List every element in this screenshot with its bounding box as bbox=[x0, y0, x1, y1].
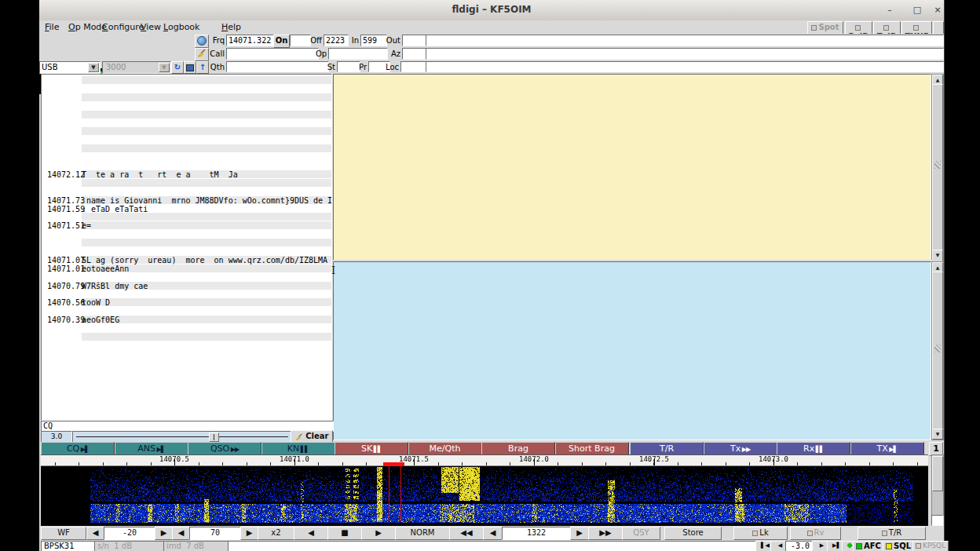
browser-empty-row[interactable] bbox=[82, 239, 331, 246]
rx-scrollbar[interactable]: ▲ ▼ bbox=[931, 74, 944, 261]
browser-empty-row[interactable] bbox=[82, 76, 331, 84]
store-button[interactable]: Store bbox=[664, 527, 722, 540]
op-label: Op bbox=[316, 48, 327, 60]
menu-file[interactable]: File bbox=[42, 20, 61, 34]
bandwidth-combo[interactable]: 3000 ▼ bbox=[102, 61, 171, 74]
notes-field-2[interactable] bbox=[426, 48, 944, 60]
rxid-button[interactable]: RxID bbox=[845, 21, 872, 35]
browser-row-14071.73[interactable]: 14071.73 name is Giovanni mrno JM88DVfo:… bbox=[42, 196, 331, 205]
mode-status-button[interactable]: BPSK31 bbox=[41, 541, 99, 551]
sync-icon[interactable]: ↻ bbox=[171, 61, 184, 74]
az-field[interactable] bbox=[402, 48, 427, 60]
rx-text-pane[interactable] bbox=[333, 74, 931, 261]
minimize-icon[interactable]: – bbox=[883, 5, 896, 16]
signal-range-field[interactable]: 70 bbox=[189, 527, 241, 540]
frq-field[interactable]: 14071.322 bbox=[226, 35, 276, 46]
reverse-checkbox[interactable]: Rv bbox=[790, 527, 841, 540]
browser-empty-row[interactable] bbox=[82, 179, 331, 187]
squelch-slider-track bbox=[76, 436, 288, 437]
loc-field[interactable] bbox=[400, 61, 427, 72]
signal-range-up-button[interactable]: ▶ bbox=[240, 527, 258, 540]
menu-logbook[interactable]: Logbook bbox=[161, 20, 202, 34]
browser-row-14071.51[interactable]: 14071.51e= bbox=[42, 221, 331, 230]
rx-scroll-thumb[interactable] bbox=[932, 84, 943, 251]
step-right-button[interactable]: ▶ bbox=[570, 527, 589, 540]
screen: { "titlebar": {"title": "fldigi – KF5OIM… bbox=[0, 0, 980, 551]
tx-scroll-down-icon[interactable]: ▼ bbox=[932, 429, 943, 440]
on-button[interactable]: On bbox=[273, 35, 290, 48]
rx-scroll-down-icon[interactable]: ▼ bbox=[932, 250, 943, 261]
tx-text-pane[interactable] bbox=[333, 261, 931, 440]
afc-indicator-icon bbox=[856, 543, 862, 549]
screen-icon[interactable] bbox=[184, 61, 196, 74]
browser-empty-row[interactable] bbox=[82, 93, 331, 101]
browser-empty-row[interactable] bbox=[82, 111, 331, 119]
browser-empty-row[interactable] bbox=[82, 213, 331, 221]
browser-row-14071.01[interactable]: 14071.01eotoaeeAnn bbox=[42, 265, 331, 273]
txrx-checkbox[interactable]: T/R bbox=[858, 527, 926, 540]
browser-empty-row[interactable] bbox=[82, 333, 331, 341]
kpsql-button[interactable]: KPSQL bbox=[912, 541, 949, 551]
out-field[interactable] bbox=[402, 35, 427, 46]
tx-scrollbar[interactable]: ▲ ▼ bbox=[931, 261, 944, 440]
fldigi-window: fldigi – KF5OIM – □ × FileOp ModeConfigu… bbox=[39, 0, 945, 551]
waterfall-slider[interactable] bbox=[931, 454, 944, 516]
menu-help[interactable]: Help bbox=[219, 20, 243, 34]
squelch-slider-handle[interactable] bbox=[209, 432, 219, 442]
speed-norm-button[interactable]: NORM bbox=[395, 527, 450, 540]
scroll-left-button[interactable]: ◀ bbox=[294, 527, 328, 540]
mode-combo-arrow-icon[interactable]: ▼ bbox=[88, 63, 99, 72]
squelch-value: 3.0 bbox=[41, 431, 72, 443]
status-bar: BPSK31 s/n 1 dB imd 7 dB ▌◀ ◀ -3.0 ▶ ▶▌ … bbox=[39, 541, 944, 550]
seek-left-button[interactable]: ◀◀ bbox=[449, 527, 484, 540]
squelch-slider[interactable] bbox=[72, 431, 292, 443]
signal-level-field[interactable]: -20 bbox=[104, 527, 155, 540]
blank-indicator bbox=[933, 21, 944, 35]
notes-field-3[interactable] bbox=[426, 61, 944, 72]
zoom-x2-button[interactable]: x2 bbox=[258, 527, 294, 540]
browser-empty-row[interactable] bbox=[82, 144, 331, 152]
signal-level-up-button[interactable]: ▶ bbox=[155, 527, 173, 540]
browser-row-14070.39[interactable]: 14070.39aeoGf0EG bbox=[42, 316, 331, 324]
signal-range-down-button[interactable]: ◀ bbox=[172, 527, 190, 540]
browser-row-14070.79[interactable]: 14070.79W7RšBl dmy cae bbox=[42, 282, 331, 290]
off-field[interactable]: 2223 bbox=[324, 35, 349, 46]
tune-button[interactable]: TUNE bbox=[901, 21, 932, 35]
browser-row-14070.56[interactable]: 14070.56tooW D bbox=[42, 298, 331, 307]
browser-row-frequency: 14070.39 bbox=[47, 316, 85, 324]
browser-row-14072.12[interactable]: 14072.12T te a ra t rt e a tM Ja bbox=[42, 170, 331, 179]
carrier-freq-field[interactable]: 1322 bbox=[502, 527, 571, 540]
lock-checkbox[interactable]: Lk bbox=[733, 527, 788, 540]
spot-button[interactable]: Spot bbox=[807, 21, 843, 35]
frequency-shift-field[interactable]: -3.0 bbox=[785, 541, 815, 551]
signal-level-down-button[interactable]: ◀ bbox=[86, 527, 104, 540]
browser-row-text: tooW D bbox=[82, 298, 331, 307]
browser-row-14071.07[interactable]: 14071.07SL ag (sorry ureau) more on www.… bbox=[42, 256, 331, 265]
qth-field[interactable] bbox=[226, 61, 329, 72]
close-icon[interactable]: × bbox=[931, 5, 944, 16]
center-signal-button[interactable]: ■ bbox=[327, 527, 362, 540]
waterfall-slider-thumb[interactable] bbox=[932, 456, 943, 491]
wf-mode-button[interactable]: WF bbox=[41, 527, 86, 540]
bandwidth-combo-arrow-icon[interactable]: ▼ bbox=[159, 63, 170, 72]
txid-button[interactable]: TxID bbox=[873, 21, 901, 35]
scroll-right-button[interactable]: ▶ bbox=[361, 527, 396, 540]
pr-label: Pr bbox=[357, 61, 367, 73]
call-field[interactable] bbox=[226, 48, 319, 60]
menu-view[interactable]: View bbox=[138, 20, 163, 34]
browser-row-14071.59[interactable]: 14071.59: eTaD eTaTati bbox=[42, 205, 331, 213]
frq-label: Frq bbox=[209, 35, 225, 46]
step-left-button[interactable]: ◀ bbox=[483, 527, 503, 540]
globe-icon[interactable] bbox=[195, 35, 209, 48]
seek-right-button[interactable]: ▶▶ bbox=[588, 527, 623, 540]
browser-empty-row[interactable] bbox=[82, 127, 331, 135]
sql-indicator-icon bbox=[886, 543, 892, 549]
op-field[interactable] bbox=[328, 48, 388, 60]
waterfall[interactable] bbox=[41, 454, 928, 526]
tx-scroll-thumb[interactable] bbox=[932, 272, 943, 430]
signal-browser[interactable]: 14072.12T te a ra t rt e a tM Ja14071.73… bbox=[41, 74, 332, 421]
window-title: fldigi – KF5OIM bbox=[39, 0, 944, 20]
mode-combo[interactable]: USB ▼ bbox=[39, 61, 101, 74]
maximize-icon[interactable]: □ bbox=[911, 5, 923, 16]
notes-field-1[interactable] bbox=[426, 35, 944, 46]
